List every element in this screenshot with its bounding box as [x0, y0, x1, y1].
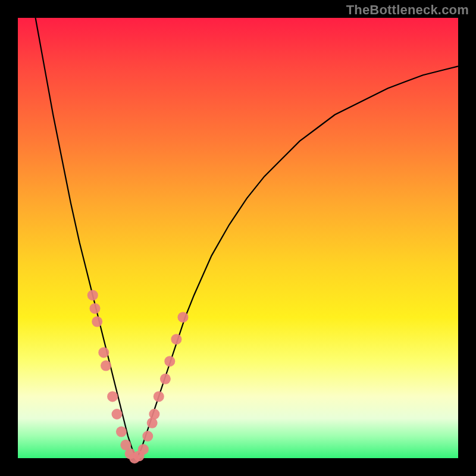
curve-marker — [112, 409, 123, 419]
bottleneck-curve — [36, 18, 458, 458]
curve-svg — [18, 18, 458, 458]
curve-marker — [138, 444, 149, 455]
curve-marker — [160, 374, 171, 384]
curve-marker — [116, 427, 127, 437]
curve-marker — [142, 431, 153, 441]
curve-marker — [92, 317, 102, 327]
curve-marker — [164, 356, 175, 367]
curve-marker — [178, 312, 189, 322]
watermark-text: TheBottleneck.com — [346, 2, 469, 18]
curve-marker — [87, 290, 98, 300]
curve-marker — [171, 334, 181, 345]
curve-marker — [107, 391, 118, 402]
curve-markers — [87, 290, 189, 464]
curve-marker — [101, 361, 111, 371]
chart-frame: TheBottleneck.com — [0, 0, 476, 476]
curve-marker — [98, 347, 109, 358]
curve-marker — [149, 409, 159, 419]
curve-marker — [90, 303, 101, 314]
plot-area — [18, 18, 458, 458]
curve-marker — [154, 391, 164, 402]
